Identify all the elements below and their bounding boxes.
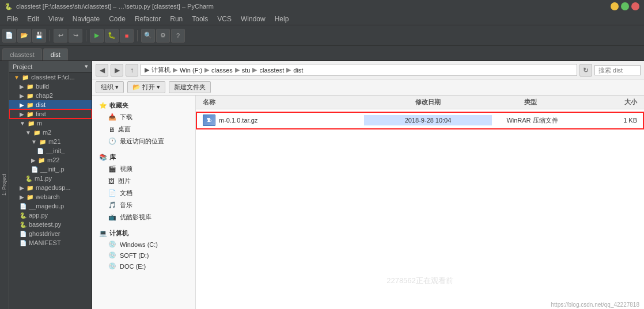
tree-classtest[interactable]: ▼ 📁 classtest F:\cl... (9, 73, 92, 82)
search-input[interactable] (594, 65, 641, 75)
file-icon: 📄 (20, 240, 26, 246)
nav-desktop[interactable]: 🖥 桌面 (92, 123, 195, 135)
tab-classtest[interactable]: classtest (2, 48, 42, 60)
tree-m2[interactable]: ▼ 📁 m2 (9, 128, 92, 137)
main-layout: 1: Project Project ▾ ▼ 📁 classtest F:\cl… (0, 61, 644, 309)
tree-init[interactable]: 📄 __init_ (9, 146, 92, 155)
tree-label: __init_.p (40, 166, 65, 173)
tree-ghostdriver[interactable]: 📄 ghostdriver (9, 229, 92, 238)
tree-chap2[interactable]: ▶ 📁 chap2 (9, 91, 92, 100)
tree-webarch[interactable]: ▶ 📁 webarch (9, 192, 92, 201)
folder-collapse-icon: ▶ (20, 83, 24, 90)
tree-label: webarch (36, 193, 60, 200)
project-side-label[interactable]: 1: Project (1, 174, 7, 196)
back-button[interactable]: ◀ (96, 64, 108, 77)
title-bar: 🐍 classtest [F:\classes\stu\classtest] –… (0, 0, 644, 13)
header-name: 名称 (196, 98, 367, 106)
menu-refactor[interactable]: Refactor (130, 14, 165, 24)
folder-icon: 📁 (26, 102, 33, 108)
tree-m22[interactable]: ▶ 📁 m22 (9, 155, 92, 165)
tree-label: __magedu.p (29, 203, 64, 209)
toolbar-search[interactable]: 🔍 (141, 29, 155, 43)
address-path[interactable]: ▶ 计算机 ▶ Win (F:) ▶ classes ▶ stu ▶ class… (141, 64, 577, 76)
nav-youku[interactable]: 📺 优酷影视库 (92, 211, 195, 223)
nav-music[interactable]: 🎵 音乐 (92, 199, 195, 211)
new-folder-button[interactable]: 新建文件夹 (169, 81, 211, 93)
nav-windows-c[interactable]: 💿 Windows (C:) (92, 239, 195, 250)
project-dropdown[interactable]: ▾ (85, 63, 88, 70)
toolbar-debug[interactable]: 🐛 (105, 29, 119, 43)
tree-label: first (36, 110, 46, 117)
nav-soft-d[interactable]: 💿 SOFT (D:) (92, 250, 195, 261)
tree-first[interactable]: ▶ 📁 first (9, 109, 92, 119)
tree-apppy[interactable]: 🐍 app.py (9, 211, 92, 220)
path-classtest[interactable]: classtest (259, 67, 284, 74)
tree-magedup[interactable]: 📄 __magedu.p (9, 201, 92, 211)
file-type-cell: WinRAR 压缩文件 (492, 116, 573, 125)
nav-video[interactable]: 🎬 视频 (92, 163, 195, 175)
tree-label: classtest F:\cl... (31, 74, 75, 81)
toolbar-redo[interactable]: ↪ (69, 29, 82, 43)
open-button[interactable]: 📂 打开 ▾ (127, 81, 165, 93)
menu-tools[interactable]: Tools (187, 14, 213, 24)
path-win[interactable]: Win (F:) (180, 67, 202, 74)
tree-manifest[interactable]: 📄 MANIFEST (9, 238, 92, 247)
tab-dist[interactable]: dist (43, 48, 68, 60)
file-date: 2018-9-28 10:04 (405, 117, 452, 124)
blog-url: https://blog.csdn.net/qq_42227818 (551, 302, 639, 308)
tree-m21[interactable]: ▼ 📁 m21 (9, 137, 92, 146)
tree-label: ghostdriver (29, 230, 60, 237)
path-classes[interactable]: classes (211, 67, 233, 74)
explorer-toolbar: 组织 ▾ 📂 打开 ▾ 新建文件夹 (92, 79, 644, 96)
nav-doc-e[interactable]: 💿 DOC (E:) (92, 261, 195, 272)
forward-button[interactable]: ▶ (111, 64, 123, 77)
file-date-cell: 2018-9-28 10:04 (364, 115, 492, 125)
tree-magedusp[interactable]: ▶ 📁 magedusp... (9, 183, 92, 192)
menu-file[interactable]: File (2, 14, 22, 24)
toolbar-open[interactable]: 📂 (17, 29, 31, 43)
maximize-button[interactable] (621, 2, 629, 10)
tree-m1py[interactable]: 🐍 m1.py (9, 174, 92, 183)
toolbar-run[interactable]: ▶ (90, 29, 104, 43)
tree-basetestpy[interactable]: 🐍 basetest.py (9, 220, 92, 229)
nav-recent[interactable]: 🕐 最近访问的位置 (92, 135, 195, 147)
left-nav: ⭐ 收藏夹 📥 下载 🖥 桌面 🕐 最近访问的位置 📚 (92, 96, 196, 309)
project-label: Project (13, 63, 32, 70)
path-stu[interactable]: stu (242, 67, 251, 74)
file-row[interactable]: 🗜 m-0.1.0.tar.gz 2018-9-28 10:04 WinRAR … (196, 112, 644, 129)
menu-edit[interactable]: Edit (22, 14, 44, 24)
tree-m[interactable]: ▼ 📁 m (9, 119, 92, 128)
py-file-icon: 🐍 (20, 212, 26, 219)
folder-expand-icon: ▼ (14, 74, 20, 81)
organize-button[interactable]: 组织 ▾ (96, 81, 124, 93)
nav-pictures[interactable]: 🖼 图片 (92, 175, 195, 187)
menu-navigate[interactable]: Navigate (68, 14, 104, 24)
menu-help[interactable]: Help (270, 14, 294, 24)
menu-run[interactable]: Run (165, 14, 187, 24)
path-dist[interactable]: dist (293, 67, 303, 74)
toolbar-help[interactable]: ? (171, 29, 185, 43)
nav-documents[interactable]: 📄 文档 (92, 187, 195, 199)
tree-dist[interactable]: ▶ 📁 dist (9, 100, 92, 109)
refresh-button[interactable]: ↻ (579, 64, 592, 77)
toolbar-settings[interactable]: ⚙ (156, 29, 170, 43)
drive-icon2: 💿 (108, 251, 116, 259)
toolbar-new[interactable]: 📄 (2, 29, 16, 43)
menu-code[interactable]: Code (104, 14, 130, 24)
nav-download[interactable]: 📥 下载 (92, 111, 195, 123)
file-icon: 📄 (31, 166, 38, 173)
close-button[interactable] (631, 2, 639, 10)
toolbar-save[interactable]: 💾 (32, 29, 46, 43)
path-computer[interactable]: 计算机 (151, 66, 171, 74)
tree-build[interactable]: ▶ 📁 build (9, 82, 92, 91)
up-button[interactable]: ↑ (126, 64, 138, 77)
menu-vcs[interactable]: VCS (213, 14, 236, 24)
menu-window[interactable]: Window (236, 14, 270, 24)
library-icon: 📚 (99, 154, 107, 161)
tree-init-p[interactable]: 📄 __init_.p (9, 165, 92, 174)
menu-view[interactable]: View (44, 14, 68, 24)
toolbar-stop[interactable]: ■ (120, 29, 134, 43)
toolbar-undo[interactable]: ↩ (54, 29, 67, 43)
minimize-button[interactable] (611, 2, 619, 10)
pictures-icon: 🖼 (108, 178, 115, 185)
